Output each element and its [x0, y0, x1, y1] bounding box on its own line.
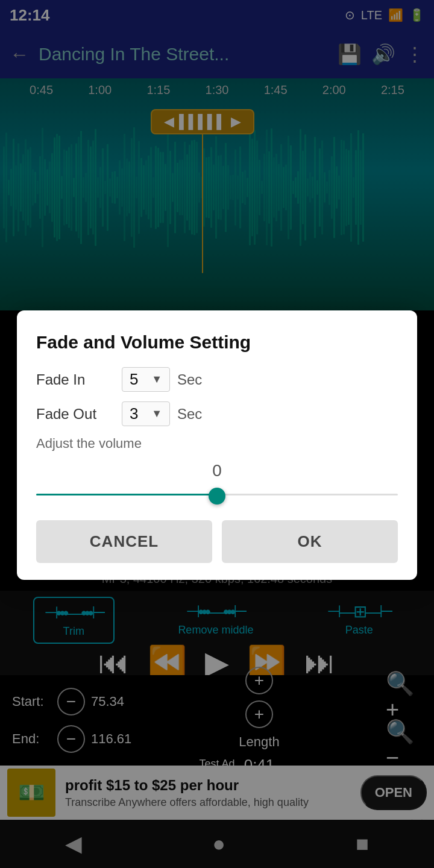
fade-in-arrow: ▼ — [151, 373, 162, 386]
fade-out-dropdown[interactable]: 3 ▼ — [122, 401, 170, 426]
fade-volume-dialog: Fade and Volume Setting Fade In 5 ▼ Sec … — [17, 310, 417, 580]
fade-out-label: Fade Out — [36, 406, 115, 423]
volume-value: 0 — [36, 461, 398, 480]
slider-fill — [36, 494, 217, 495]
fade-out-arrow: ▼ — [151, 407, 162, 420]
fade-in-value: 5 — [130, 370, 138, 389]
cancel-button[interactable]: CANCEL — [36, 520, 212, 563]
volume-slider[interactable] — [36, 485, 398, 503]
adjust-volume-label: Adjust the volume — [36, 436, 398, 451]
fade-in-unit: Sec — [177, 371, 202, 388]
dialog-buttons: CANCEL OK — [36, 520, 398, 563]
dialog-title: Fade and Volume Setting — [36, 332, 398, 353]
fade-out-unit: Sec — [177, 406, 202, 423]
ok-button[interactable]: OK — [222, 520, 398, 563]
fade-in-row: Fade In 5 ▼ Sec — [36, 367, 398, 392]
fade-in-dropdown[interactable]: 5 ▼ — [122, 367, 170, 392]
fade-out-value: 3 — [130, 404, 138, 423]
fade-in-label: Fade In — [36, 371, 115, 388]
slider-track — [36, 494, 398, 495]
fade-out-row: Fade Out 3 ▼ Sec — [36, 401, 398, 426]
slider-thumb[interactable] — [209, 488, 225, 505]
